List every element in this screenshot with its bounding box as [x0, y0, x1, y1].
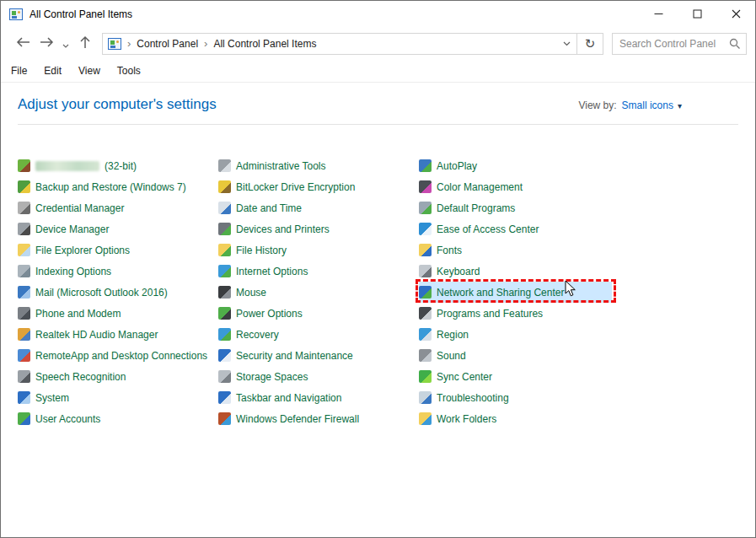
- item-realtek-hd-audio-manager[interactable]: Realtek HD Audio Manager: [18, 324, 217, 345]
- item-label: Devices and Printers: [236, 223, 330, 235]
- item-indexing-options[interactable]: Indexing Options: [18, 261, 217, 282]
- file-history-icon: [218, 244, 231, 256]
- menu-tools[interactable]: Tools: [109, 62, 149, 80]
- item-label: Color Management: [437, 181, 523, 193]
- item-label: Troubleshooting: [437, 392, 509, 404]
- item-label: Keyboard: [437, 266, 480, 277]
- menu-view[interactable]: View: [70, 62, 109, 80]
- item-remoteapp-and-desktop-connections[interactable]: RemoteApp and Desktop Connections: [18, 345, 217, 366]
- maximize-button[interactable]: [678, 1, 716, 27]
- item-power-options[interactable]: Power Options: [218, 303, 417, 324]
- item-region[interactable]: Region: [419, 324, 618, 345]
- maximize-icon: [693, 9, 702, 19]
- ease-of-access-icon: [419, 223, 432, 235]
- item-label: User Accounts: [35, 413, 100, 425]
- item-unknown-app-32-bit[interactable]: (32-bit): [18, 155, 217, 176]
- search-input[interactable]: [613, 34, 746, 54]
- item-label: Date and Time: [236, 202, 302, 214]
- item-label: Sync Center: [437, 371, 492, 383]
- item-label: Speech Recognition: [35, 371, 126, 383]
- programs-and-features-icon: [419, 307, 432, 320]
- item-file-explorer-options[interactable]: File Explorer Options: [18, 239, 217, 261]
- windows-defender-firewall-icon: [218, 412, 231, 425]
- item-sound[interactable]: Sound: [419, 345, 618, 366]
- item-label: Device Manager: [35, 223, 109, 235]
- administrative-tools-icon: [218, 159, 231, 172]
- item-storage-spaces[interactable]: Storage Spaces: [218, 366, 417, 387]
- item-windows-defender-firewall[interactable]: Windows Defender Firewall: [218, 408, 417, 429]
- item-date-and-time[interactable]: Date and Time: [218, 197, 417, 218]
- item-recovery[interactable]: Recovery: [218, 324, 417, 345]
- item-mouse[interactable]: Mouse: [218, 282, 417, 303]
- user-accounts-icon: [18, 412, 30, 425]
- item-mail-microsoft-outlook-2016[interactable]: Mail (Microsoft Outlook 2016): [18, 282, 217, 303]
- backup-and-restore-icon: [18, 180, 30, 193]
- control-panel-icon: [9, 8, 23, 20]
- internet-options-icon: [218, 265, 231, 277]
- address-bar[interactable]: › Control Panel › All Control Panel Item…: [102, 33, 603, 55]
- view-by-label: View by:: [578, 100, 616, 111]
- item-label: Backup and Restore (Windows 7): [35, 181, 186, 193]
- item-speech-recognition[interactable]: Speech Recognition: [18, 366, 217, 387]
- item-credential-manager[interactable]: Credential Manager: [18, 197, 217, 218]
- minimize-button[interactable]: [639, 1, 678, 27]
- item-programs-and-features[interactable]: Programs and Features: [419, 303, 618, 324]
- item-label: BitLocker Drive Encryption: [236, 181, 355, 193]
- back-button[interactable]: [11, 31, 35, 56]
- phone-and-modem-icon: [18, 307, 30, 320]
- item-taskbar-and-navigation[interactable]: Taskbar and Navigation: [218, 387, 417, 408]
- item-work-folders[interactable]: Work Folders: [419, 408, 618, 429]
- menu-edit[interactable]: Edit: [35, 62, 70, 80]
- breadcrumb-all-control-panel-items[interactable]: All Control Panel Items: [213, 38, 316, 50]
- control-panel-icon: [108, 38, 121, 50]
- item-phone-and-modem[interactable]: Phone and Modem: [18, 303, 217, 324]
- view-by-value[interactable]: Small icons: [622, 100, 673, 111]
- item-file-history[interactable]: File History: [218, 239, 417, 261]
- item-fonts[interactable]: Fonts: [419, 239, 618, 261]
- item-devices-and-printers[interactable]: Devices and Printers: [218, 218, 417, 239]
- item-label: (32-bit): [105, 160, 137, 172]
- unknown-app-icon: [18, 159, 30, 172]
- device-manager-icon: [18, 223, 30, 235]
- file-explorer-options-icon: [18, 244, 30, 256]
- item-label: Credential Manager: [35, 202, 124, 214]
- item-label: Mail (Microsoft Outlook 2016): [35, 287, 168, 299]
- item-sync-center[interactable]: Sync Center: [419, 366, 618, 387]
- item-internet-options[interactable]: Internet Options: [218, 261, 417, 282]
- item-backup-and-restore-windows-7[interactable]: Backup and Restore (Windows 7): [18, 176, 217, 197]
- content-area: Adjust your computer's settings View by:…: [1, 83, 755, 537]
- item-device-manager[interactable]: Device Manager: [18, 218, 217, 239]
- breadcrumb-chevron-icon: ›: [204, 37, 207, 50]
- mail-icon: [18, 286, 30, 299]
- item-system[interactable]: System: [18, 387, 217, 408]
- item-administrative-tools[interactable]: Administrative Tools: [218, 155, 417, 176]
- item-default-programs[interactable]: Default Programs: [419, 197, 618, 218]
- up-button[interactable]: [73, 31, 97, 56]
- items-column-1: (32-bit)Backup and Restore (Windows 7)Cr…: [18, 155, 217, 429]
- item-user-accounts[interactable]: User Accounts: [18, 408, 217, 429]
- breadcrumb-control-panel[interactable]: Control Panel: [137, 38, 198, 50]
- item-security-and-maintenance[interactable]: Security and Maintenance: [218, 345, 417, 366]
- dropdown-arrow-icon[interactable]: ▾: [678, 101, 682, 110]
- annotation-highlight-box: [416, 279, 616, 303]
- address-dropdown-button[interactable]: [556, 34, 576, 54]
- item-label: Windows Defender Firewall: [236, 413, 359, 425]
- item-autoplay[interactable]: AutoPlay: [419, 155, 618, 176]
- close-button[interactable]: [716, 1, 755, 27]
- redacted-text: [35, 161, 99, 171]
- item-label: Mouse: [236, 287, 266, 299]
- item-bitlocker-drive-encryption[interactable]: BitLocker Drive Encryption: [218, 176, 417, 197]
- refresh-button[interactable]: ↻: [576, 34, 603, 54]
- item-label: Security and Maintenance: [236, 350, 353, 362]
- recent-pages-button[interactable]: [58, 31, 73, 56]
- item-label: Sound: [437, 350, 466, 362]
- autoplay-icon: [419, 159, 432, 172]
- forward-button[interactable]: [35, 31, 58, 56]
- item-label: File History: [236, 245, 287, 256]
- color-management-icon: [419, 180, 432, 193]
- menu-file[interactable]: File: [3, 62, 35, 80]
- item-troubleshooting[interactable]: Troubleshooting: [419, 387, 618, 408]
- item-ease-of-access-center[interactable]: Ease of Access Center: [419, 218, 618, 239]
- item-color-management[interactable]: Color Management: [419, 176, 618, 197]
- fonts-icon: [419, 244, 432, 256]
